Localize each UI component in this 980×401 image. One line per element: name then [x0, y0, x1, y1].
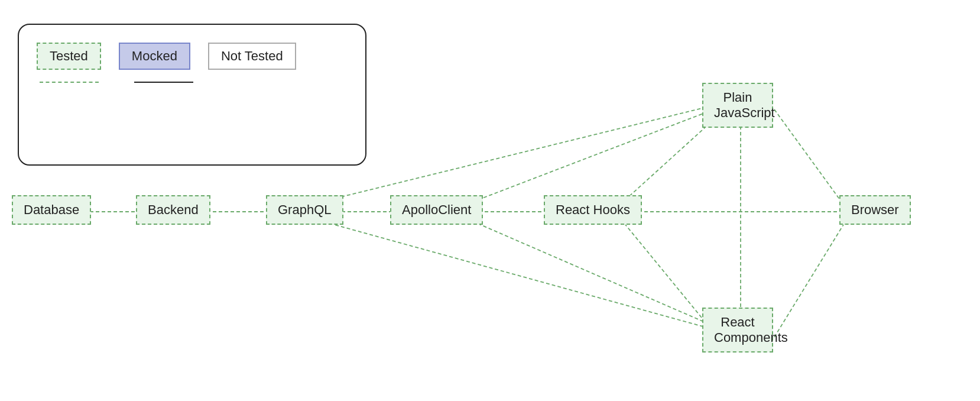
legend-not-tested-label: Not Tested	[221, 48, 283, 64]
node-apolloclient-label: ApolloClient	[402, 202, 471, 217]
svg-line-11	[324, 106, 709, 201]
node-backend: Backend	[136, 195, 210, 225]
node-react-components: ReactComponents	[702, 308, 773, 353]
node-react-components-label: ReactComponents	[714, 315, 788, 345]
legend-mocked-label: Mocked	[132, 48, 177, 64]
legend-tested: Tested	[37, 43, 101, 70]
node-plain-js-label: PlainJavaScript	[714, 90, 775, 120]
svg-line-8	[774, 222, 845, 337]
legend-lines-row	[37, 82, 348, 83]
svg-line-5	[621, 219, 715, 334]
legend-mocked: Mocked	[119, 43, 190, 70]
svg-line-9	[467, 111, 709, 204]
node-react-hooks: React Hooks	[544, 195, 642, 225]
legend-items-row: Tested Mocked Not Tested	[37, 43, 348, 70]
node-browser-label: Browser	[851, 202, 899, 217]
node-database-label: Database	[24, 202, 79, 217]
legend-solid-line	[134, 82, 193, 83]
svg-line-7	[774, 109, 845, 207]
legend-box: Tested Mocked Not Tested	[18, 24, 366, 166]
svg-line-10	[467, 219, 709, 324]
legend-not-tested: Not Tested	[208, 43, 296, 70]
legend-dashed-line	[40, 82, 99, 83]
node-react-hooks-label: React Hooks	[556, 202, 630, 217]
svg-line-12	[324, 222, 709, 328]
node-backend-label: Backend	[148, 202, 199, 217]
node-graphql-label: GraphQL	[278, 202, 332, 217]
node-apolloclient: ApolloClient	[390, 195, 483, 225]
node-graphql: GraphQL	[266, 195, 343, 225]
node-browser: Browser	[839, 195, 911, 225]
node-plain-js: PlainJavaScript	[702, 83, 773, 128]
legend-tested-label: Tested	[50, 48, 88, 64]
node-database: Database	[12, 195, 91, 225]
svg-line-4	[621, 118, 715, 204]
